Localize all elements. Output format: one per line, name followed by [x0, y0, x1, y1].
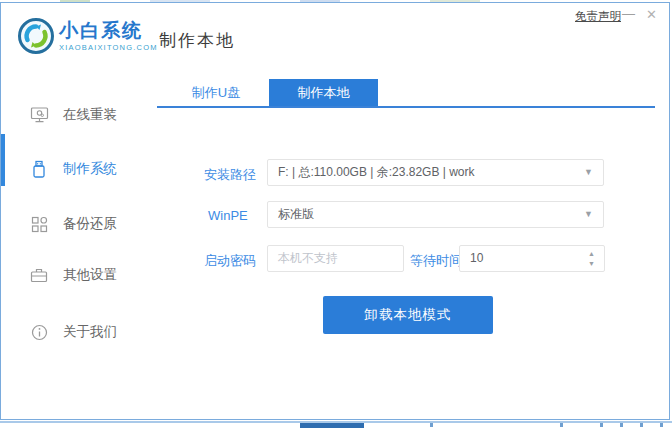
spinner-up-icon[interactable]: ▲	[588, 249, 595, 259]
winpe-label: WinPE	[208, 208, 248, 223]
chevron-down-icon: ▼	[584, 202, 593, 227]
install-path-label: 安装路径	[204, 166, 256, 184]
sidebar-item-make-system[interactable]: 制作系统	[29, 158, 117, 180]
monitor-reinstall-icon	[29, 105, 49, 125]
brand-block: 小白系统 XIAOBAIXITONG.COM	[59, 21, 158, 52]
sidebar-item-backup-restore[interactable]: 备份还原	[29, 213, 117, 235]
sidebar-item-label: 制作系统	[63, 160, 117, 178]
app-logo-icon	[17, 17, 55, 55]
uninstall-local-mode-button[interactable]: 卸载本地模式	[323, 296, 493, 334]
toolbox-icon	[29, 265, 49, 285]
app-window: 免责声明 — ✕ 小白系统 XIAOBAIXITONG.COM 制作本地	[0, 2, 670, 420]
winpe-value: 标准版	[278, 207, 314, 221]
winpe-select[interactable]: 标准版 ▼	[267, 201, 604, 228]
chevron-down-icon: ▼	[584, 160, 593, 185]
brand-domain: XIAOBAIXITONG.COM	[59, 43, 158, 52]
tab-bar: 制作U盘 制作本地	[157, 79, 655, 108]
page-title: 制作本地	[159, 29, 235, 52]
tab-make-usb[interactable]: 制作U盘	[171, 79, 261, 106]
disclaimer-link[interactable]: 免责声明	[575, 9, 621, 24]
install-path-select[interactable]: F: | 总:110.00GB | 余:23.82GB | work ▼	[267, 159, 604, 186]
close-button[interactable]: ✕	[646, 7, 657, 22]
sidebar-item-label: 备份还原	[63, 215, 117, 233]
backup-restore-icon	[29, 214, 49, 234]
spinner-down-icon[interactable]: ▼	[588, 259, 595, 269]
wait-time-label: 等待时间	[410, 252, 462, 270]
sidebar-item-label: 其他设置	[63, 266, 117, 284]
minimize-button[interactable]: —	[622, 6, 635, 21]
number-stepper[interactable]: ▲▼	[588, 249, 595, 269]
boot-password-placeholder: 本机不支持	[278, 251, 338, 265]
wait-time-value: 10	[470, 251, 483, 265]
tab-make-local[interactable]: 制作本地	[269, 79, 378, 106]
sidebar-item-label: 在线重装	[63, 106, 117, 124]
info-icon	[29, 322, 49, 342]
boot-password-label: 启动密码	[204, 252, 256, 270]
wait-time-input[interactable]: 10 ▲▼	[459, 245, 605, 272]
boot-password-input[interactable]: 本机不支持	[267, 245, 404, 272]
brand-name: 小白系统	[59, 21, 158, 41]
usb-drive-icon	[29, 159, 49, 179]
desktop-bottom-sliver	[0, 421, 672, 428]
install-path-value: F: | 总:110.00GB | 余:23.82GB | work	[278, 165, 475, 179]
sidebar-active-indicator	[1, 134, 5, 186]
sidebar-item-label: 关于我们	[63, 323, 117, 341]
sidebar-item-about-us[interactable]: 关于我们	[29, 321, 117, 343]
app-screenshot: 免责声明 — ✕ 小白系统 XIAOBAIXITONG.COM 制作本地	[0, 0, 672, 428]
sidebar-item-online-reinstall[interactable]: 在线重装	[29, 104, 117, 126]
sidebar-item-other-settings[interactable]: 其他设置	[29, 264, 117, 286]
